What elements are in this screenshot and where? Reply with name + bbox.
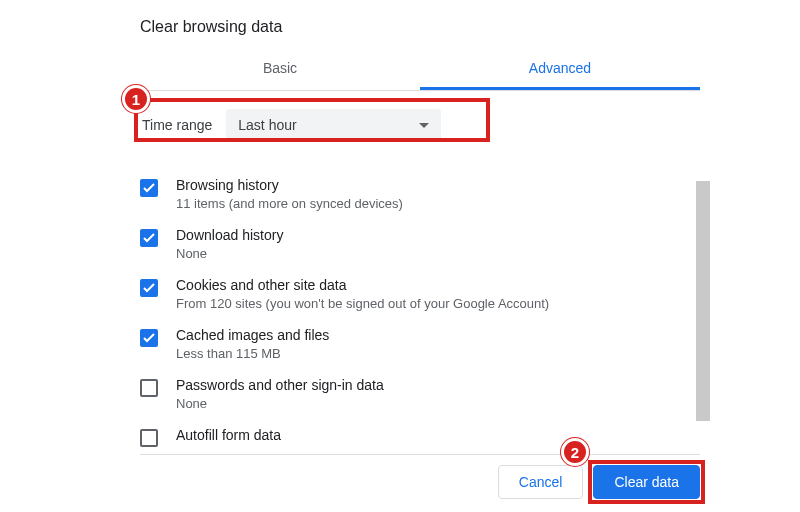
list-item: Cached images and filesLess than 115 MB — [140, 319, 700, 369]
chevron-down-icon — [419, 123, 429, 128]
list-item: Browsing history11 items (and more on sy… — [140, 169, 700, 219]
list-item-text: Passwords and other sign-in dataNone — [176, 377, 384, 411]
tab-advanced[interactable]: Advanced — [420, 50, 700, 90]
checkbox[interactable] — [140, 279, 158, 297]
list-item: Download historyNone — [140, 219, 700, 269]
list-item-subtitle: None — [176, 246, 283, 261]
list-item-text: Browsing history11 items (and more on sy… — [176, 177, 403, 211]
clear-data-button-label: Clear data — [614, 474, 679, 490]
list-item-title: Passwords and other sign-in data — [176, 377, 384, 393]
checkbox[interactable] — [140, 429, 158, 447]
list-item-text: Download historyNone — [176, 227, 283, 261]
time-range-value: Last hour — [238, 117, 296, 133]
time-range-label: Time range — [142, 117, 212, 133]
annotation-badge-1: 1 — [122, 85, 150, 113]
checkbox[interactable] — [140, 229, 158, 247]
clear-browsing-data-dialog: Clear browsing data Basic Advanced 1 Tim… — [140, 18, 700, 479]
tab-basic[interactable]: Basic — [140, 50, 420, 90]
tab-bar: Basic Advanced — [140, 50, 700, 91]
advanced-panel: 1 Time range Last hour Browsing history1… — [140, 91, 700, 479]
list-item-title: Cached images and files — [176, 327, 329, 343]
checkbox[interactable] — [140, 329, 158, 347]
time-range-row: Time range Last hour — [140, 103, 700, 147]
list-item-subtitle: 11 items (and more on synced devices) — [176, 196, 403, 211]
list-item-title: Cookies and other site data — [176, 277, 549, 293]
list-item-title: Browsing history — [176, 177, 403, 193]
list-item: Cookies and other site dataFrom 120 site… — [140, 269, 700, 319]
list-item-subtitle: Less than 115 MB — [176, 346, 329, 361]
list-item-text: Cookies and other site dataFrom 120 site… — [176, 277, 549, 311]
dialog-title: Clear browsing data — [140, 18, 700, 36]
list-item-subtitle: From 120 sites (you won't be signed out … — [176, 296, 549, 311]
checkbox[interactable] — [140, 379, 158, 397]
list-item-text: Autofill form data — [176, 427, 281, 443]
list-item: Autofill form data — [140, 419, 700, 455]
cancel-button[interactable]: Cancel — [498, 465, 584, 499]
clear-data-button[interactable]: Clear data — [593, 465, 700, 499]
time-range-select[interactable]: Last hour — [226, 109, 441, 141]
scrollbar-thumb[interactable] — [696, 181, 710, 421]
list-item: Passwords and other sign-in dataNone — [140, 369, 700, 419]
list-item-subtitle: None — [176, 396, 384, 411]
checkbox[interactable] — [140, 179, 158, 197]
annotation-badge-2: 2 — [561, 438, 589, 466]
list-item-title: Download history — [176, 227, 283, 243]
list-item-title: Autofill form data — [176, 427, 281, 443]
data-type-list: Browsing history11 items (and more on sy… — [140, 169, 700, 479]
dialog-footer: Cancel Clear data — [140, 454, 700, 499]
list-item-text: Cached images and filesLess than 115 MB — [176, 327, 329, 361]
